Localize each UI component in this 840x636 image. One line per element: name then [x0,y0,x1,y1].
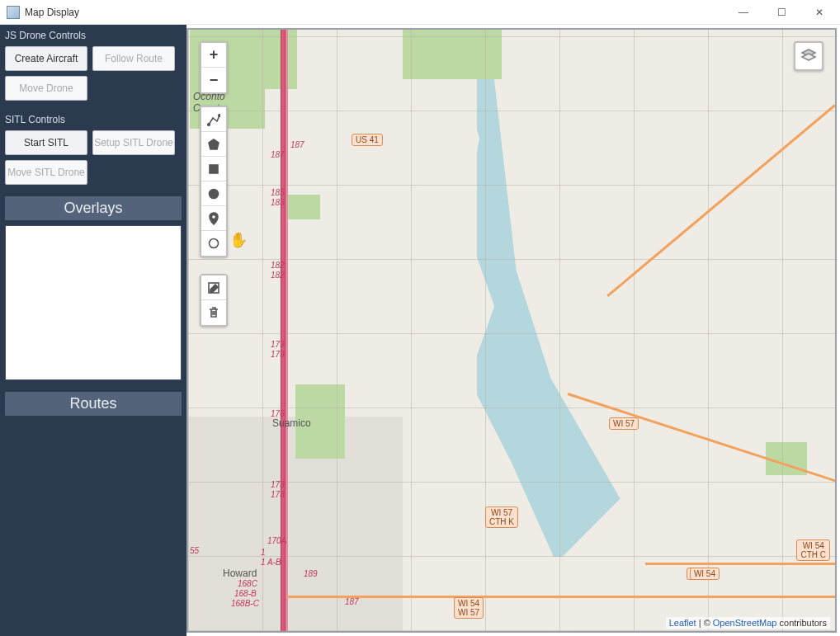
sitl-label: SITL Controls [5,114,182,125]
exit-label: 182 [271,261,285,270]
map-canvas[interactable]: Oconto County Suamico Howard US 41 WI 57… [186,28,837,633]
exit-label: 179 [271,340,285,349]
map-park [287,195,320,219]
draw-circle-button[interactable] [201,181,226,206]
circle-filled-icon [207,187,220,200]
shield-wi57-cthk: WI 57 CTH K [485,506,518,528]
edit-toolbar [200,274,228,327]
svg-marker-9 [802,54,815,60]
exit-label: 168B-C [231,599,259,608]
overlays-list[interactable] [5,225,182,380]
create-aircraft-button[interactable]: Create Aircraft [5,46,87,71]
attribution-tail: contributors [776,618,827,628]
delete-layers-button[interactable] [201,300,226,325]
zoom-in-button[interactable]: + [201,43,226,68]
exit-label: 176 [271,409,285,418]
zoom-out-button[interactable]: − [201,68,226,92]
draw-marker-button[interactable] [201,206,226,231]
sitl-panel: SITL Controls Start SITL Setup SITL Dron… [0,109,186,193]
layers-icon [800,48,817,64]
trash-icon [207,306,220,319]
move-drone-button[interactable]: Move Drone [5,76,87,101]
polyline-icon [207,113,220,126]
draw-polygon-button[interactable] [201,132,226,157]
exit-label: 173 [271,480,285,489]
exit-label: 170A [267,536,286,545]
exit-label: 189 [304,569,318,578]
exit-label: 1 A-B [261,558,281,567]
exit-label: 168-B [234,589,257,598]
overlays-header[interactable]: Overlays [5,196,182,220]
exit-label: 185 [271,198,285,207]
marker-icon [207,212,220,225]
shield-us41: US 41 [352,134,383,146]
map-attribution: Leaflet | © OpenStreetMap contributors [666,617,830,629]
minimize-button[interactable]: — [724,0,762,25]
js-drone-label: JS Drone Controls [5,30,182,41]
move-sitl-drone-button[interactable]: Move SITL Drone [5,160,87,185]
svg-point-4 [210,189,219,198]
draw-polyline-button[interactable] [201,107,226,132]
exit-label: 179 [271,350,285,359]
exit-label: 187 [290,140,304,149]
osm-link[interactable]: OpenStreetMap [713,618,777,628]
edit-layers-button[interactable] [201,276,226,300]
place-label-howard: Howard [223,568,257,579]
shield-wi54-b: WI 54 [690,568,720,580]
attribution-sep: | © [696,618,713,628]
exit-label: 1 [261,548,266,557]
close-button[interactable]: ✕ [800,0,838,25]
sidebar: JS Drone Controls Create Aircraft Follow… [0,25,186,636]
exit-label: 182 [271,271,285,280]
follow-route-button[interactable]: Follow Route [92,46,175,71]
maximize-button[interactable]: ☐ [762,0,800,25]
svg-point-5 [212,215,215,219]
leaflet-link[interactable]: Leaflet [669,618,696,628]
setup-sitl-drone-button[interactable]: Setup SITL Drone [92,130,175,155]
place-label-suamico: Suamico [272,417,311,429]
map-park [403,30,502,79]
layers-control[interactable] [794,41,823,71]
svg-marker-2 [209,139,219,149]
exit-label: 168C [238,579,257,588]
circle-outline-icon [207,237,220,250]
draw-toolbar [200,106,228,257]
exit-label: 173 [271,490,285,499]
shield-wi54-wi57: WI 54 WI 57 [454,597,484,619]
routes-header[interactable]: Routes [5,392,182,416]
shield-wi54-cthc: WI 54 CTH C [796,539,830,561]
exit-label: 187 [345,597,359,606]
zoom-control: + − [200,41,228,94]
exit-label: 187 [271,150,285,159]
edit-icon [207,281,220,294]
svg-point-0 [208,123,210,125]
svg-rect-3 [210,165,218,173]
titlebar: Map Display — ☐ ✕ [0,0,840,25]
draw-rectangle-button[interactable] [201,157,226,181]
map-road [287,596,837,598]
draw-circlemarker-button[interactable] [201,231,226,256]
exit-label: 55 [190,546,199,555]
polygon-icon [207,138,220,151]
square-icon [207,163,220,176]
app-icon [7,6,20,19]
start-sitl-button[interactable]: Start SITL [5,130,87,155]
shield-wi57: WI 57 [609,417,639,430]
exit-label: 185 [271,188,285,197]
window-title: Map Display [25,7,724,18]
svg-point-1 [219,114,220,116]
svg-point-6 [210,239,219,248]
map-road [645,563,835,565]
js-drone-panel: JS Drone Controls Create Aircraft Follow… [0,25,186,109]
